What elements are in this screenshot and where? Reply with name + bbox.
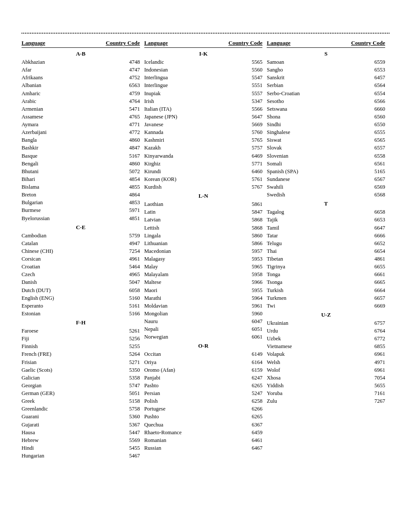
- lang-code: 5758: [118, 405, 140, 413]
- lang-code: 4759: [118, 90, 140, 97]
- lang-name: Mongolian: [144, 310, 241, 317]
- lang-row: Panjabi6247: [144, 374, 263, 382]
- lang-name: Amharic: [22, 90, 118, 97]
- lang-code: 6568: [364, 191, 385, 199]
- lang-row: Tigrinya6655: [267, 263, 385, 271]
- lang-name: Shona: [267, 113, 364, 121]
- lang-row: Shona6560: [267, 113, 385, 121]
- lang-name: Georgian: [22, 382, 118, 389]
- lang-row: Maori5955: [144, 286, 263, 294]
- lang-code: 5047: [118, 278, 140, 286]
- lang-code: 6461: [241, 436, 262, 444]
- lang-code: 5669: [241, 121, 262, 128]
- lang-name: Korean (KOR): [144, 175, 241, 183]
- col-header-code: Country Code: [106, 40, 140, 47]
- lang-code: 5247: [241, 389, 262, 397]
- lang-name: Bhutani: [22, 168, 118, 175]
- lang-row: Samoan6559: [267, 58, 385, 66]
- lang-row: Albanian6563: [22, 81, 140, 89]
- lang-code: 5264: [118, 350, 140, 358]
- lang-name: Russian: [144, 444, 241, 452]
- lang-row: Tamil6647: [267, 224, 385, 232]
- lang-row: Interlingue5551: [144, 81, 263, 89]
- lang-name: Sundanese: [267, 175, 364, 183]
- lang-name: Indonesian: [144, 66, 241, 74]
- lang-code: 6553: [364, 66, 385, 74]
- lang-code: 6657: [364, 294, 385, 302]
- lang-name: Croatian: [22, 263, 118, 271]
- lang-code: 6569: [364, 183, 385, 191]
- lang-code: 4765: [118, 113, 140, 121]
- title-divider: [22, 33, 389, 34]
- lang-row: Turkmen6657: [267, 294, 385, 302]
- lang-code: 4861: [364, 255, 385, 263]
- lang-row: Zulu7267: [267, 397, 385, 405]
- lang-row: Byelorussian4851: [22, 215, 140, 222]
- col-header-code: Country Code: [351, 40, 385, 47]
- lang-name: Tajik: [267, 216, 364, 224]
- lang-name: Hebrew: [22, 436, 118, 444]
- lang-row: Italian (ITA)5566: [144, 105, 263, 113]
- lang-row: Armenian5471: [22, 105, 140, 113]
- lang-name: Oromo (Afan): [144, 366, 241, 374]
- lang-row: Georgian5747: [22, 382, 140, 389]
- lang-name: Afar: [22, 66, 118, 74]
- lang-code: 5547: [241, 74, 262, 81]
- lang-name: Abkhazian: [22, 58, 118, 66]
- lang-name: Zulu: [267, 397, 364, 405]
- lang-name: Kirghiz: [144, 160, 241, 168]
- lang-row: Tagalog6658: [267, 208, 385, 216]
- lang-code: 4860: [118, 160, 140, 168]
- lang-row: Mongolian5960: [144, 310, 263, 317]
- lang-code: 6457: [364, 74, 385, 81]
- lang-row: Pushto6265: [144, 413, 263, 420]
- lang-code: 5350: [118, 366, 140, 374]
- lang-row: Frisian5271: [22, 358, 140, 366]
- lang-row: Latin5847: [144, 208, 263, 216]
- lang-name: Thai: [267, 247, 364, 255]
- lang-name: Tatar: [267, 232, 364, 240]
- lang-code: 5953: [241, 255, 262, 263]
- lang-row: Bislama4855: [22, 183, 140, 191]
- lang-name: Basque: [22, 152, 118, 160]
- lang-code: 6460: [241, 168, 262, 175]
- lang-row: Malayalam5958: [144, 271, 263, 278]
- lang-row: Galician5358: [22, 374, 140, 382]
- lang-name: Bislama: [22, 183, 118, 191]
- lang-code: 6559: [364, 58, 385, 66]
- lang-name: Swedish: [267, 191, 364, 199]
- lang-code: 7054: [364, 374, 385, 382]
- lang-code: 6660: [364, 105, 385, 113]
- lang-row: Setswana6660: [267, 105, 385, 113]
- lang-code: 4947: [118, 240, 140, 247]
- lang-row: Kazakh5757: [144, 144, 263, 152]
- lang-code: 6567: [364, 175, 385, 183]
- lang-code: 4854: [118, 175, 140, 183]
- lang-name: Albanian: [22, 81, 118, 89]
- lang-row: Tsonga6665: [267, 278, 385, 286]
- lang-row: German (GER)5051: [22, 389, 140, 397]
- lang-row: Javanese5669: [144, 121, 263, 128]
- lang-code: 4748: [118, 58, 140, 66]
- lang-code: 5261: [118, 327, 140, 335]
- lang-code: 5072: [118, 168, 140, 175]
- lang-name: Bulgarian: [22, 199, 118, 206]
- lang-code: 5767: [241, 183, 262, 191]
- lang-name: Rhaeto-Romance: [144, 429, 241, 436]
- lang-name: Laothian: [144, 200, 241, 208]
- lang-code: 5360: [118, 413, 140, 420]
- lang-code: 5966: [241, 278, 262, 286]
- lang-code: 6164: [241, 358, 262, 366]
- lang-row: Moldavian5961: [144, 302, 263, 310]
- lang-name: Bangla: [22, 136, 118, 144]
- lang-code: 4971: [364, 358, 385, 366]
- lang-row: Azerbaijani4772: [22, 128, 140, 136]
- lang-name: Gujarati: [22, 421, 118, 429]
- lang-code: 4965: [118, 271, 140, 278]
- lang-code: 6258: [241, 397, 262, 405]
- lang-code: 5771: [241, 160, 262, 168]
- lang-row: Volapuk6961: [267, 350, 385, 358]
- lang-name: Serbo-Croatian: [267, 90, 364, 97]
- lang-name: Oriya: [144, 358, 241, 366]
- lang-code: 4853: [118, 199, 140, 206]
